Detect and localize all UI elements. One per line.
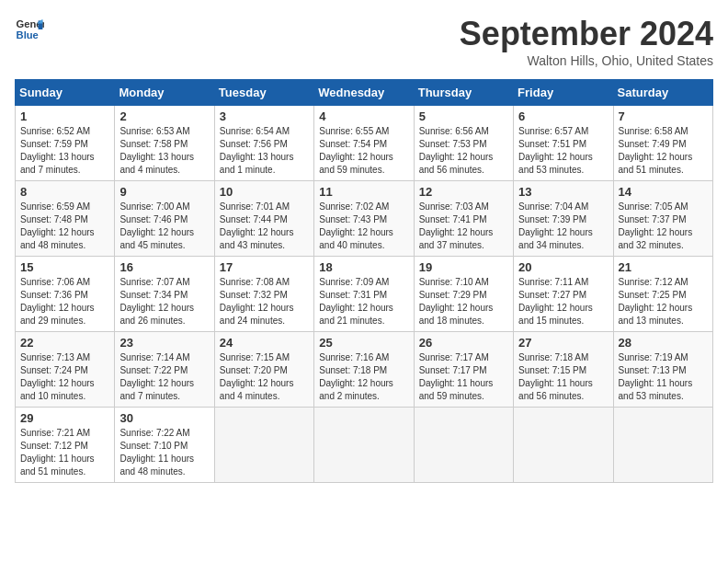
header-monday: Monday [115,80,214,106]
calendar-cell: 18Sunrise: 7:09 AMSunset: 7:31 PMDayligh… [314,257,414,332]
calendar-week-row: 29Sunrise: 7:21 AMSunset: 7:12 PMDayligh… [16,408,713,483]
day-number: 27 [518,336,608,350]
day-number: 2 [119,109,209,123]
header-thursday: Thursday [414,80,513,106]
page-header: General Blue September 2024 Walton Hills… [15,15,713,68]
day-number: 9 [119,185,209,199]
day-info: Sunrise: 7:07 AMSunset: 7:34 PMDaylight:… [119,276,209,327]
day-number: 22 [20,336,109,350]
calendar-cell [414,408,513,483]
calendar-cell: 20Sunrise: 7:11 AMSunset: 7:27 PMDayligh… [514,257,613,332]
day-info: Sunrise: 6:57 AMSunset: 7:51 PMDaylight:… [518,125,608,177]
calendar-cell [314,408,414,483]
day-info: Sunrise: 7:06 AMSunset: 7:36 PMDaylight:… [20,276,109,327]
day-number: 19 [419,260,508,274]
day-info: Sunrise: 7:19 AMSunset: 7:13 PMDaylight:… [619,351,708,403]
day-number: 25 [319,336,408,350]
day-number: 1 [20,109,109,123]
day-number: 24 [220,336,309,350]
day-info: Sunrise: 7:14 AMSunset: 7:22 PMDaylight:… [119,351,209,403]
calendar-week-row: 22Sunrise: 7:13 AMSunset: 7:24 PMDayligh… [16,332,713,408]
day-number: 17 [220,260,309,274]
calendar-cell: 13Sunrise: 7:04 AMSunset: 7:39 PMDayligh… [514,181,613,257]
day-info: Sunrise: 6:53 AMSunset: 7:58 PMDaylight:… [119,125,209,177]
day-number: 14 [619,185,708,199]
day-number: 7 [619,109,708,123]
day-info: Sunrise: 7:01 AMSunset: 7:44 PMDaylight:… [220,201,309,252]
calendar-cell: 3Sunrise: 6:54 AMSunset: 7:56 PMDaylight… [214,106,313,181]
calendar-table: SundayMondayTuesdayWednesdayThursdayFrid… [15,79,713,483]
day-number: 10 [220,185,309,199]
calendar-cell: 17Sunrise: 7:08 AMSunset: 7:32 PMDayligh… [214,257,313,332]
header-sunday: Sunday [16,80,115,106]
calendar-cell: 23Sunrise: 7:14 AMSunset: 7:22 PMDayligh… [115,332,214,408]
day-number: 5 [419,109,508,123]
calendar-cell: 24Sunrise: 7:15 AMSunset: 7:20 PMDayligh… [214,332,313,408]
day-info: Sunrise: 7:15 AMSunset: 7:20 PMDaylight:… [220,351,309,403]
calendar-cell: 26Sunrise: 7:17 AMSunset: 7:17 PMDayligh… [414,332,513,408]
day-number: 6 [518,109,608,123]
calendar-cell: 28Sunrise: 7:19 AMSunset: 7:13 PMDayligh… [613,332,712,408]
calendar-cell: 27Sunrise: 7:18 AMSunset: 7:15 PMDayligh… [514,332,613,408]
calendar-cell: 22Sunrise: 7:13 AMSunset: 7:24 PMDayligh… [16,332,115,408]
calendar-cell: 7Sunrise: 6:58 AMSunset: 7:49 PMDaylight… [613,106,712,181]
day-number: 4 [319,109,408,123]
day-info: Sunrise: 6:54 AMSunset: 7:56 PMDaylight:… [220,125,309,177]
calendar-cell: 16Sunrise: 7:07 AMSunset: 7:34 PMDayligh… [115,257,214,332]
day-info: Sunrise: 7:12 AMSunset: 7:25 PMDaylight:… [619,276,708,327]
day-info: Sunrise: 6:56 AMSunset: 7:53 PMDaylight:… [419,125,508,177]
day-number: 21 [619,260,708,274]
calendar-week-row: 15Sunrise: 7:06 AMSunset: 7:36 PMDayligh… [16,257,713,332]
calendar-cell: 29Sunrise: 7:21 AMSunset: 7:12 PMDayligh… [16,408,115,483]
header-wednesday: Wednesday [314,80,414,106]
day-info: Sunrise: 6:59 AMSunset: 7:48 PMDaylight:… [20,201,109,252]
calendar-cell: 19Sunrise: 7:10 AMSunset: 7:29 PMDayligh… [414,257,513,332]
calendar-cell: 1Sunrise: 6:52 AMSunset: 7:59 PMDaylight… [16,106,115,181]
day-number: 8 [20,185,109,199]
calendar-cell: 6Sunrise: 6:57 AMSunset: 7:51 PMDaylight… [514,106,613,181]
day-number: 30 [119,411,209,425]
day-info: Sunrise: 7:16 AMSunset: 7:18 PMDaylight:… [319,351,408,403]
day-number: 15 [20,260,109,274]
day-info: Sunrise: 7:10 AMSunset: 7:29 PMDaylight:… [419,276,508,327]
day-info: Sunrise: 7:08 AMSunset: 7:32 PMDaylight:… [220,276,309,327]
day-number: 3 [220,109,309,123]
day-number: 26 [419,336,508,350]
location: Walton Hills, Ohio, United States [460,53,713,68]
day-info: Sunrise: 7:22 AMSunset: 7:10 PMDaylight:… [119,427,209,478]
header-saturday: Saturday [613,80,712,106]
day-info: Sunrise: 7:05 AMSunset: 7:37 PMDaylight:… [619,201,708,252]
day-info: Sunrise: 6:52 AMSunset: 7:59 PMDaylight:… [20,125,109,177]
calendar-cell: 15Sunrise: 7:06 AMSunset: 7:36 PMDayligh… [16,257,115,332]
calendar-cell: 2Sunrise: 6:53 AMSunset: 7:58 PMDaylight… [115,106,214,181]
calendar-cell: 14Sunrise: 7:05 AMSunset: 7:37 PMDayligh… [613,181,712,257]
calendar-week-row: 1Sunrise: 6:52 AMSunset: 7:59 PMDaylight… [16,106,713,181]
header-tuesday: Tuesday [214,80,313,106]
calendar-cell [214,408,313,483]
logo: General Blue [15,15,44,44]
calendar-cell: 10Sunrise: 7:01 AMSunset: 7:44 PMDayligh… [214,181,313,257]
calendar-cell [613,408,712,483]
day-number: 20 [518,260,608,274]
day-info: Sunrise: 7:02 AMSunset: 7:43 PMDaylight:… [319,201,408,252]
calendar-cell: 11Sunrise: 7:02 AMSunset: 7:43 PMDayligh… [314,181,414,257]
day-number: 16 [119,260,209,274]
day-info: Sunrise: 7:09 AMSunset: 7:31 PMDaylight:… [319,276,408,327]
day-info: Sunrise: 7:13 AMSunset: 7:24 PMDaylight:… [20,351,109,403]
day-info: Sunrise: 7:11 AMSunset: 7:27 PMDaylight:… [518,276,608,327]
svg-text:Blue: Blue [17,29,39,40]
calendar-week-row: 8Sunrise: 6:59 AMSunset: 7:48 PMDaylight… [16,181,713,257]
logo-icon: General Blue [15,15,44,44]
calendar-cell: 30Sunrise: 7:22 AMSunset: 7:10 PMDayligh… [115,408,214,483]
day-number: 23 [119,336,209,350]
day-info: Sunrise: 7:04 AMSunset: 7:39 PMDaylight:… [518,201,608,252]
day-info: Sunrise: 7:00 AMSunset: 7:46 PMDaylight:… [119,201,209,252]
month-title: September 2024 [460,15,713,53]
calendar-cell: 9Sunrise: 7:00 AMSunset: 7:46 PMDaylight… [115,181,214,257]
day-info: Sunrise: 7:21 AMSunset: 7:12 PMDaylight:… [20,427,109,478]
day-number: 29 [20,411,109,425]
day-info: Sunrise: 6:55 AMSunset: 7:54 PMDaylight:… [319,125,408,177]
calendar-cell: 4Sunrise: 6:55 AMSunset: 7:54 PMDaylight… [314,106,414,181]
day-number: 12 [419,185,508,199]
calendar-cell: 5Sunrise: 6:56 AMSunset: 7:53 PMDaylight… [414,106,513,181]
